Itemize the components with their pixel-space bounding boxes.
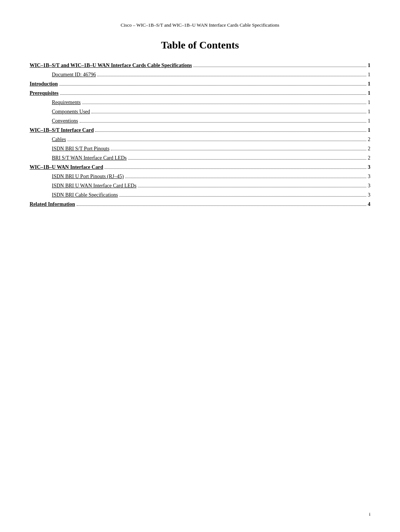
- toc-dots-4: [60, 94, 366, 95]
- toc-link-3[interactable]: Introduction: [30, 80, 58, 88]
- toc-dots-1: [193, 67, 366, 67]
- toc-link-13[interactable]: ISDN BRI U Port Pinouts (RJ–45): [52, 173, 124, 180]
- toc-page-9: 2: [368, 135, 370, 143]
- toc-dots-11: [128, 159, 366, 160]
- toc-entry-3[interactable]: Introduction1: [30, 80, 370, 88]
- toc-page-16: 4: [368, 200, 370, 208]
- toc-dots-13: [125, 178, 366, 178]
- toc-dots-5: [82, 104, 366, 104]
- toc-link-16[interactable]: Related Information: [30, 200, 75, 208]
- toc-page-1: 1: [368, 61, 370, 69]
- toc-entry-13[interactable]: ISDN BRI U Port Pinouts (RJ–45)3: [30, 173, 370, 180]
- toc-link-7[interactable]: Conventions: [52, 117, 78, 125]
- toc-page-3: 1: [368, 80, 370, 88]
- toc-entry-16[interactable]: Related Information4: [30, 200, 370, 208]
- toc-link-6[interactable]: Components Used: [52, 108, 90, 116]
- toc-link-1[interactable]: WIC–1B–S/T and WIC–1B–U WAN Interface Ca…: [30, 61, 192, 69]
- toc-page-15: 3: [368, 191, 370, 199]
- toc-dots-6: [91, 113, 366, 113]
- toc-page-11: 2: [368, 154, 370, 162]
- page-title: Table of Contents: [30, 39, 370, 51]
- toc-link-12[interactable]: WIC–1B–U WAN Interface Card: [30, 163, 103, 171]
- toc-link-5[interactable]: Requirements: [52, 98, 81, 106]
- toc-dots-3: [59, 85, 366, 86]
- toc-entry-2[interactable]: Document ID: 467961: [30, 71, 370, 78]
- toc-page-7: 1: [368, 117, 370, 125]
- page-header: Cisco – WIC–1B–S/T and WIC–1B–U WAN Inte…: [30, 22, 370, 28]
- toc-entry-6[interactable]: Components Used1: [30, 108, 370, 116]
- toc-link-14[interactable]: ISDN BRI U WAN Interface Card LEDs: [52, 182, 136, 190]
- toc-page-2: 1: [368, 71, 370, 78]
- toc-entry-12[interactable]: WIC–1B–U WAN Interface Card3: [30, 163, 370, 171]
- toc-dots-12: [104, 168, 366, 169]
- toc-link-10[interactable]: ISDN BRI S/T Port Pinouts: [52, 145, 109, 153]
- page-footer: i: [369, 511, 370, 517]
- toc-link-9[interactable]: Cables: [52, 135, 66, 143]
- toc-page-8: 1: [368, 126, 370, 134]
- toc-page-5: 1: [368, 98, 370, 106]
- toc-page-14: 3: [368, 182, 370, 190]
- toc-page-12: 3: [368, 163, 370, 171]
- toc-entry-14[interactable]: ISDN BRI U WAN Interface Card LEDs3: [30, 182, 370, 190]
- toc-link-4[interactable]: Prerequisites: [30, 89, 59, 97]
- toc-dots-2: [97, 76, 366, 76]
- toc-entry-8[interactable]: WIC–1B–S/T Interface Card1: [30, 126, 370, 134]
- toc-dots-7: [80, 122, 366, 123]
- page: Cisco – WIC–1B–S/T and WIC–1B–U WAN Inte…: [0, 0, 400, 532]
- toc-entry-11[interactable]: BRI S/T WAN Interface Card LEDs2: [30, 154, 370, 162]
- toc-entry-9[interactable]: Cables2: [30, 135, 370, 143]
- toc-dots-16: [77, 205, 367, 206]
- toc-page-6: 1: [368, 108, 370, 116]
- toc-page-13: 3: [368, 173, 370, 180]
- toc-entry-1[interactable]: WIC–1B–S/T and WIC–1B–U WAN Interface Ca…: [30, 61, 370, 69]
- toc-page-10: 2: [368, 145, 370, 153]
- toc-page-4: 1: [368, 89, 370, 97]
- toc-link-2[interactable]: Document ID: 46796: [52, 71, 96, 78]
- toc-entry-5[interactable]: Requirements1: [30, 98, 370, 106]
- toc-entry-7[interactable]: Conventions1: [30, 117, 370, 125]
- toc-link-15[interactable]: ISDN BRI Cable Specifications: [52, 191, 118, 199]
- table-of-contents: WIC–1B–S/T and WIC–1B–U WAN Interface Ca…: [30, 61, 370, 208]
- toc-entry-10[interactable]: ISDN BRI S/T Port Pinouts2: [30, 145, 370, 153]
- toc-entry-4[interactable]: Prerequisites1: [30, 89, 370, 97]
- toc-entry-15[interactable]: ISDN BRI Cable Specifications3: [30, 191, 370, 199]
- toc-dots-15: [119, 196, 366, 197]
- toc-dots-14: [138, 187, 366, 187]
- toc-dots-9: [67, 141, 366, 141]
- toc-dots-10: [111, 150, 366, 150]
- toc-dots-8: [95, 131, 366, 132]
- toc-link-11[interactable]: BRI S/T WAN Interface Card LEDs: [52, 154, 127, 162]
- toc-link-8[interactable]: WIC–1B–S/T Interface Card: [30, 126, 94, 134]
